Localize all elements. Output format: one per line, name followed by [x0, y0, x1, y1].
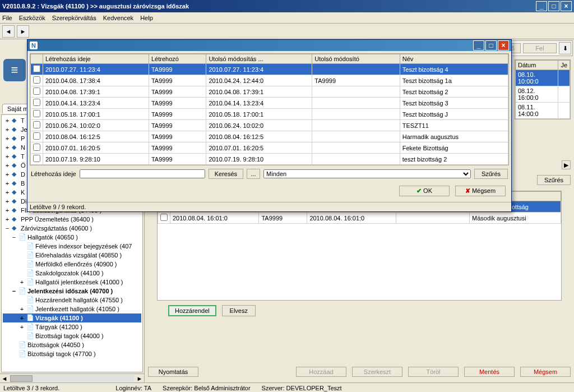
table-row[interactable]: 2010.06.24. 10:02:0TA99992010.06.24. 10:…	[31, 120, 508, 131]
table-row[interactable]: 2010.07.19. 9:28:10TA99992010.07.19. 9:2…	[31, 154, 508, 165]
tree-item[interactable]: +📄Vizsgák (41100 )	[3, 313, 141, 322]
tree-expander-icon[interactable]: −	[11, 234, 17, 241]
tree-expander-icon[interactable]: +	[18, 279, 25, 285]
print-button[interactable]: Nyomtatás	[148, 367, 198, 377]
tree-item[interactable]: 📄Bizottságok (44050 )	[3, 340, 141, 349]
tree-item[interactable]: 📄Előrehaladás vizsgálat (40850 )	[3, 251, 141, 260]
tree-expander-icon[interactable]: +	[4, 144, 11, 151]
dialog-search-button[interactable]: Keresés	[209, 169, 243, 179]
row-checkbox[interactable]	[33, 76, 40, 84]
column-header[interactable]: Utolsó módosító	[312, 54, 400, 64]
dialog-filter-input[interactable]	[80, 169, 205, 178]
tree-hscroll[interactable]: ◄ ►	[0, 373, 144, 382]
tree-expander-icon[interactable]: +	[4, 135, 11, 142]
row-checkbox[interactable]	[33, 99, 40, 106]
row-checkbox[interactable]	[33, 121, 40, 128]
dialog-filter-button[interactable]: Szűrés	[474, 169, 508, 179]
side-col-header2[interactable]: Je	[558, 61, 570, 70]
row-checkbox[interactable]	[33, 144, 40, 151]
tree-expander-icon[interactable]: +	[4, 117, 11, 124]
tree-expander-icon[interactable]: +	[4, 189, 11, 196]
table-row[interactable]: 2010.07.01. 16:20:5TA99992010.07.01. 16:…	[31, 142, 508, 154]
dialog-maximize-button[interactable]: □	[485, 40, 497, 50]
menu-file[interactable]: File	[2, 15, 12, 21]
menu-role[interactable]: Szerepkörváltás	[52, 15, 96, 21]
column-header[interactable]	[31, 54, 43, 64]
page-icon: 📄	[18, 233, 26, 241]
table-row[interactable]: 2010.07.27. 11:23:4TA99992010.07.27. 11:…	[31, 64, 508, 75]
menu-tools[interactable]: Eszközök	[19, 15, 45, 21]
tree-expander-icon[interactable]: +	[18, 315, 25, 321]
tree-item[interactable]: +📄Hallgatói jelentkezések (41000 )	[3, 278, 141, 287]
table-row[interactable]: 2010.04.14. 13:23:4TA99992010.04.14. 13:…	[31, 98, 508, 109]
tree-item[interactable]: 📄Szakdolgozatok (44100 )	[3, 269, 141, 278]
row-checkbox[interactable]	[33, 155, 40, 162]
side-grid[interactable]: DátumJe 08.10. 10:00:0 08.12. 16:00:0 08…	[515, 59, 571, 119]
row-checkbox[interactable]	[160, 214, 168, 221]
edit-button[interactable]: Szerkeszt	[352, 367, 402, 377]
tree-expander-icon[interactable]: −	[4, 225, 11, 232]
assign-button[interactable]: Hozzárendel	[168, 305, 216, 316]
table-row[interactable]: 2010.08.04. 16:01:0TA99992010.08.04. 16:…	[158, 213, 561, 224]
tree-item[interactable]: −◆Záróvizsgáztatás (40600 )	[3, 224, 141, 233]
side-filter-button[interactable]: Szűrés	[537, 175, 571, 185]
up-button[interactable]: Fel	[523, 43, 557, 53]
tree-expander-icon[interactable]: +	[4, 207, 11, 214]
tree-expander-icon[interactable]: +	[18, 306, 25, 312]
scroll-right-icon[interactable]: ▶	[562, 160, 571, 169]
cancel-button[interactable]: Mégsem	[520, 367, 571, 377]
tree-expander-icon[interactable]: +	[4, 171, 11, 178]
tree-expander-icon[interactable]: +	[4, 153, 11, 160]
tree-item[interactable]: +📄Jelentkezett hallgatók (41050 )	[3, 305, 141, 313]
table-row[interactable]: 2010.08.04. 16:12:5TA99992010.08.04. 16:…	[31, 131, 508, 142]
tree-item[interactable]: 📄Mérföldkő ellenőrzés (40900 )	[3, 260, 141, 269]
row-checkbox[interactable]	[33, 65, 40, 72]
save-button[interactable]: Mentés	[464, 367, 515, 377]
row-checkbox[interactable]	[33, 132, 40, 140]
delete-button[interactable]: Töröl	[408, 367, 459, 377]
tree-expander-icon[interactable]: +	[4, 126, 11, 133]
dialog-grid[interactable]: Létrehozás idejeLétrehozóUtolsó módosítá…	[30, 53, 509, 165]
close-button[interactable]: ×	[561, 1, 572, 11]
tree-expander-icon[interactable]: +	[18, 324, 25, 330]
dialog-ok-button[interactable]: ✔ OK	[399, 186, 450, 196]
forward-icon[interactable]: ►	[17, 25, 29, 38]
dialog-cancel-button[interactable]: ✘ Mégsem	[455, 186, 506, 196]
tree-expander-icon[interactable]: +	[4, 198, 11, 205]
column-header[interactable]: Utolsó módosítás ...	[206, 54, 312, 64]
tree-item[interactable]: 📄Hozzárendelt hallgatók (47550 )	[3, 296, 141, 305]
unassign-button[interactable]: Elvesz	[222, 305, 256, 316]
tree-expander-icon[interactable]: +	[4, 162, 11, 169]
table-row[interactable]: 2010.04.08. 17:39:1TA99992010.04.08. 17:…	[31, 86, 508, 98]
menu-favorites[interactable]: Kedvencek	[103, 15, 133, 21]
maximize-button[interactable]: □	[548, 1, 559, 11]
tree-item[interactable]: 📄Féléves indexsor bejegyzések (407	[3, 242, 141, 251]
tree-item[interactable]: −📄Hallgatók (40650 )	[3, 233, 141, 242]
table-row[interactable]: 2010.04.08. 17:38:4TA99992010.04.24. 12:…	[31, 75, 508, 86]
dialog-filter-select[interactable]: Minden	[263, 169, 471, 178]
tree-item[interactable]: 📄Bizottsági tagok (44000 )	[3, 331, 141, 340]
dialog-close-button[interactable]: ×	[498, 40, 509, 50]
dialog-browse-button[interactable]: ...	[247, 169, 260, 179]
table-row[interactable]: 2010.05.18. 17:00:1TA99992010.05.18. 17:…	[31, 109, 508, 120]
row-checkbox[interactable]	[33, 87, 40, 95]
back-icon[interactable]: ◄	[2, 25, 15, 38]
column-header[interactable]: Létrehozás ideje	[43, 54, 149, 64]
tree-item[interactable]: −📄Jelentkezési időszak (40700 )	[3, 287, 141, 296]
column-header[interactable]: Létrehozó	[149, 54, 206, 64]
tree-expander-icon[interactable]: +	[4, 180, 11, 187]
dialog-minimize-button[interactable]: _	[473, 40, 484, 50]
tree-item[interactable]: +◆PPP Üzemeltetés (36400 )	[3, 215, 141, 224]
menu-help[interactable]: Help	[140, 15, 153, 21]
tree-item[interactable]: 📄Bizottsági tagok (47700 )	[3, 349, 141, 358]
add-button[interactable]: Hozzáad	[296, 367, 346, 377]
tree-expander-icon[interactable]: −	[11, 288, 17, 294]
pin-icon[interactable]: ⬇	[559, 42, 571, 54]
tree-item[interactable]: +📄Tárgyak (41200 )	[3, 322, 141, 331]
row-checkbox[interactable]	[33, 110, 40, 117]
page-icon: 📄	[26, 314, 34, 322]
side-col-header[interactable]: Dátum	[516, 61, 558, 70]
minimize-button[interactable]: _	[536, 1, 547, 11]
column-header[interactable]: Név	[400, 54, 508, 64]
tree-expander-icon[interactable]: +	[4, 216, 11, 223]
